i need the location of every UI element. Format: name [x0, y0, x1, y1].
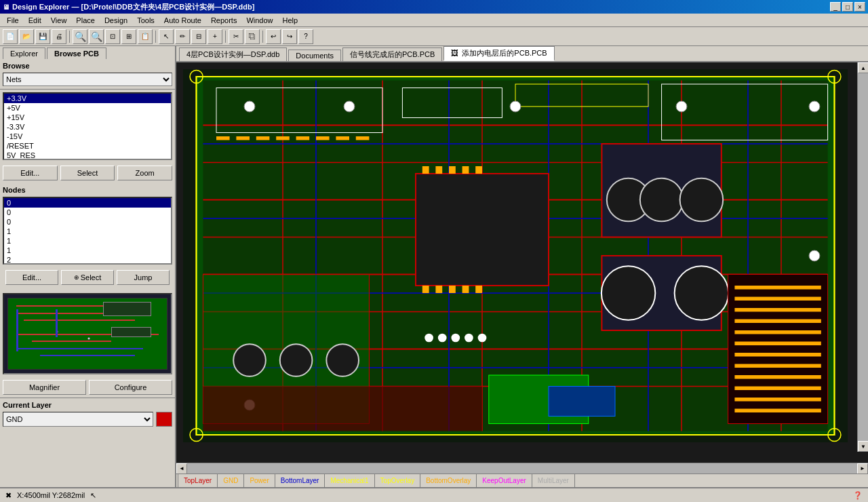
tb-redo[interactable]: ↪: [282, 29, 297, 44]
tb-zoom-sel[interactable]: ⊞: [121, 29, 136, 44]
menu-file[interactable]: File: [3, 15, 23, 26]
magnifier-btn[interactable]: Magnifier: [3, 380, 86, 395]
nodes-jump-btn[interactable]: Jump: [117, 270, 170, 285]
right-panel: 4层PCB设计实例—DSP.ddb Documents 信号线完成后的PCB.P…: [176, 46, 868, 487]
menu-edit[interactable]: Edit: [24, 15, 45, 26]
svg-point-40: [510, 101, 521, 112]
tb-open[interactable]: 📂: [19, 29, 34, 44]
node-item-0[interactable]: 0: [4, 198, 171, 208]
menu-view[interactable]: View: [47, 15, 71, 26]
layer-tab-power[interactable]: Power: [244, 474, 275, 487]
doc-tab-3[interactable]: 🖼 添加内电层后的PCB.PCB: [443, 46, 554, 61]
tb-undo[interactable]: ↩: [266, 29, 281, 44]
tb-wire[interactable]: ✏: [175, 29, 190, 44]
tb-zoom-in[interactable]: 🔍: [73, 29, 87, 44]
nodes-select-btn[interactable]: ⊕Select: [61, 270, 114, 285]
nodes-list[interactable]: 0 0 0 1 1 1 2 3: [3, 197, 172, 265]
window-controls[interactable]: _ □ ×: [830, 2, 865, 12]
tb-junction[interactable]: +: [208, 29, 222, 44]
menu-place[interactable]: Place: [72, 15, 99, 26]
tb-bus[interactable]: ⊟: [191, 29, 206, 44]
layer-tab-toplayer[interactable]: TopLayer: [178, 474, 218, 487]
pcb-board[interactable]: [183, 69, 848, 442]
tb-new[interactable]: 📄: [3, 29, 18, 44]
scroll-down-btn[interactable]: ▼: [858, 441, 868, 452]
scroll-up-btn[interactable]: ▲: [858, 62, 868, 73]
doc-tab-0[interactable]: 4层PCB设计实例—DSP.ddb: [179, 47, 287, 61]
tab-browse-pcb[interactable]: Browse PCB: [47, 47, 106, 59]
scroll-right-btn[interactable]: ►: [857, 463, 868, 474]
nets-zoom-btn[interactable]: Zoom: [117, 166, 172, 180]
svg-point-34: [640, 178, 684, 222]
svg-rect-78: [203, 387, 482, 431]
layer-tab-bottomlayer[interactable]: BottomLayer: [275, 474, 326, 487]
net-item-6[interactable]: 5V_RES: [4, 151, 171, 160]
tb-zoom-fit[interactable]: ⊡: [105, 29, 120, 44]
doc-tab-1[interactable]: Documents: [288, 50, 341, 61]
vertical-scrollbar[interactable]: ▲ ▼: [857, 62, 868, 452]
svg-rect-53: [356, 136, 370, 140]
svg-rect-51: [316, 136, 330, 140]
browse-dropdown[interactable]: Nets Components Pins Rules: [3, 73, 172, 86]
pcb-thumbnail: [3, 293, 172, 374]
svg-rect-47: [236, 136, 250, 140]
tab-explorer[interactable]: Explorer: [3, 47, 45, 59]
layer-tab-topoverlay[interactable]: TopOverlay: [375, 474, 421, 487]
menu-window[interactable]: Window: [242, 15, 277, 26]
close-button[interactable]: ×: [854, 2, 865, 12]
node-item-5[interactable]: 1: [4, 246, 171, 255]
node-item-4[interactable]: 1: [4, 236, 171, 246]
tb-copy[interactable]: ⿻: [245, 29, 260, 44]
svg-rect-89: [462, 166, 469, 174]
tb-select[interactable]: ↖: [159, 29, 174, 44]
configure-btn[interactable]: Configure: [89, 380, 172, 395]
nodes-edit-btn[interactable]: Edit...: [5, 270, 58, 285]
layer-select[interactable]: GND TopLayer Power BottomLayer Mechanica…: [3, 412, 153, 427]
menu-help[interactable]: Help: [279, 15, 302, 26]
horizontal-scrollbar[interactable]: ◄ ►: [176, 463, 868, 474]
maximize-button[interactable]: □: [842, 2, 853, 12]
nets-list[interactable]: +3.3V +5V +15V -3.3V -15V /RESET 5V_RES …: [3, 92, 172, 160]
layer-tab-multilayer[interactable]: MultiLayer: [532, 474, 575, 487]
tb-cut[interactable]: ✂: [229, 29, 243, 44]
svg-rect-69: [734, 320, 821, 324]
layer-tab-mech1[interactable]: Mechanical1: [325, 474, 374, 487]
tb-print[interactable]: 🖨: [52, 29, 66, 44]
node-item-2[interactable]: 0: [4, 217, 171, 227]
svg-rect-77: [734, 409, 821, 413]
pcb-canvas[interactable]: ▲ ▼: [176, 62, 868, 463]
tb-zoom-doc[interactable]: 📋: [138, 29, 153, 44]
minimize-button[interactable]: _: [830, 2, 841, 12]
layer-tabs: TopLayer GND Power BottomLayer Mechanica…: [176, 474, 868, 487]
tb-help[interactable]: ?: [298, 29, 313, 44]
menu-tools[interactable]: Tools: [133, 15, 159, 26]
net-item-2[interactable]: +15V: [4, 113, 171, 122]
net-item-3[interactable]: -3.3V: [4, 122, 171, 132]
nets-edit-btn[interactable]: Edit...: [3, 166, 58, 180]
menu-autoroute[interactable]: Auto Route: [160, 15, 205, 26]
node-item-1[interactable]: 0: [4, 208, 171, 217]
layer-tab-bottomoverlay[interactable]: BottomOverlay: [420, 474, 477, 487]
net-item-0[interactable]: +3.3V: [4, 94, 171, 103]
tb-zoom-out[interactable]: 🔍: [89, 29, 104, 44]
scroll-track-v[interactable]: [858, 73, 868, 441]
svg-rect-50: [296, 136, 310, 140]
menu-design[interactable]: Design: [100, 15, 132, 26]
net-item-5[interactable]: /RESET: [4, 141, 171, 151]
layer-tab-keepout[interactable]: KeepOutLayer: [477, 474, 532, 487]
svg-point-60: [438, 334, 447, 343]
svg-point-56: [233, 344, 266, 376]
svg-rect-87: [435, 166, 442, 174]
menu-reports[interactable]: Reports: [207, 15, 241, 26]
scroll-track-h[interactable]: [187, 463, 857, 474]
net-item-1[interactable]: +5V: [4, 103, 171, 113]
doc-tab-2[interactable]: 信号线完成后的PCB.PCB: [342, 47, 442, 61]
tb-save[interactable]: 💾: [35, 29, 50, 44]
node-item-3[interactable]: 1: [4, 227, 171, 236]
nets-select-btn[interactable]: Select: [60, 166, 115, 180]
svg-rect-94: [462, 286, 469, 293]
layer-tab-gnd[interactable]: GND: [218, 474, 244, 487]
net-item-4[interactable]: -15V: [4, 132, 171, 141]
scroll-left-btn[interactable]: ◄: [176, 463, 187, 474]
node-item-6[interactable]: 2: [4, 255, 171, 265]
